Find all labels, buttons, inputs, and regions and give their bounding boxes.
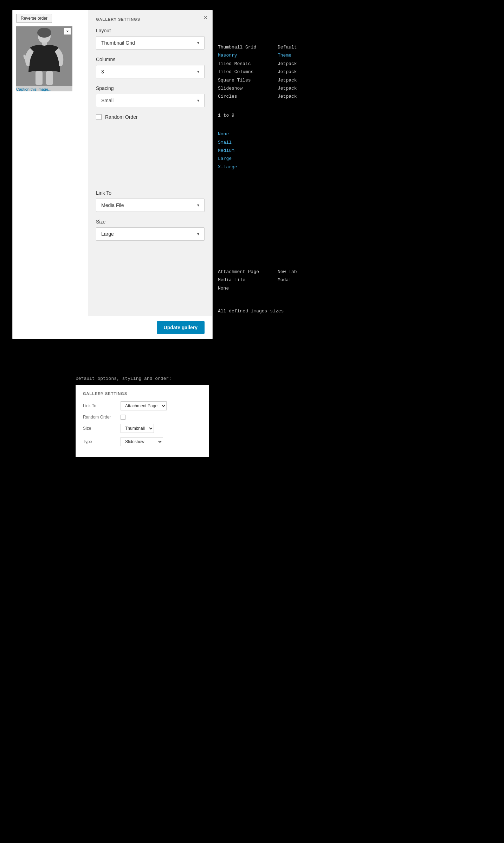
annotation-key: Tiled Mosaic (218, 60, 267, 68)
modal-content-row: Reverse order (13, 10, 212, 316)
annotation-key: Tiled Columns (218, 68, 267, 76)
annotation-key: Slideshow (218, 84, 267, 92)
columns-selected-value: 3 (101, 69, 104, 74)
spacing-select[interactable]: Small ▾ (96, 94, 205, 107)
annotation-tiled-mosaic: Tiled Mosaic Jetpack (218, 60, 297, 68)
lower-size-label: Size (83, 426, 116, 431)
annotation-media-file: Media File Modal (218, 276, 297, 284)
svg-point-2 (37, 28, 51, 38)
layout-selected-value: Thumbnail Grid (101, 40, 135, 46)
link-to-select-display[interactable]: Media File ▾ (96, 199, 204, 212)
random-order-label: Random Order (105, 114, 138, 120)
lower-type-row: Type Slideshow Thumbnail Grid Masonry (83, 437, 202, 446)
spacing-label: Spacing (96, 85, 205, 91)
columns-field-group: Columns 3 ▾ (96, 57, 205, 78)
update-gallery-button[interactable]: Update gallery (157, 321, 205, 334)
annotation-key: Attachment Page (218, 268, 267, 276)
annotation-spacing-large: Large (218, 155, 297, 163)
columns-select[interactable]: 3 ▾ (96, 65, 205, 78)
annotation-key-active: Masonry (218, 51, 267, 59)
spacing-field-group: Spacing Small ▾ (96, 85, 205, 107)
image-remove-button[interactable]: × (64, 28, 71, 35)
annotation-masonry: Masonry Theme (218, 51, 297, 59)
annotation-thumbnail-grid: Thumbnail Grid Default (218, 43, 297, 51)
annotation-spacing-none: None (218, 130, 297, 138)
link-to-label: Link To (96, 190, 205, 196)
image-item: × Caption this image... (16, 26, 72, 91)
size-field-group: Size Large ▾ (96, 219, 205, 241)
size-annotation: All defined images sizes (218, 307, 297, 315)
annotation-spacing-medium: Medium (218, 147, 297, 155)
annotation-spacing-key: None (218, 130, 267, 138)
random-order-row: Random Order (96, 114, 205, 120)
image-caption[interactable]: Caption this image... (16, 87, 72, 91)
annotation-tiled-columns: Tiled Columns Jetpack (218, 68, 297, 76)
link-to-chevron-icon: ▾ (197, 203, 199, 208)
spacing-annotations: None Small Medium Large X-Large (218, 130, 297, 171)
annotation-val: Jetpack (278, 68, 297, 76)
annotation-spacing-small: Small (218, 138, 297, 147)
columns-select-display[interactable]: 3 ▾ (96, 65, 204, 78)
settings-panel: GALLERY SETTINGS Layout Thumbnail Grid ▾… (88, 10, 212, 316)
annotation-slideshow: Slideshow Jetpack (218, 84, 297, 92)
images-panel: Reverse order (13, 10, 88, 316)
reverse-order-button[interactable]: Reverse order (16, 14, 52, 23)
layout-select-display[interactable]: Thumbnail Grid ▾ (96, 37, 204, 49)
gallery-settings-modal: × Reverse order (12, 10, 213, 339)
svg-rect-4 (35, 71, 43, 85)
modal-footer: Update gallery (13, 316, 212, 339)
annotation-key: Circles (218, 92, 267, 100)
lower-size-row: Size Thumbnail Medium Large Full Size (83, 424, 202, 433)
annotation-none: None (218, 284, 297, 292)
layout-select[interactable]: Thumbnail Grid ▾ (96, 36, 205, 50)
size-chevron-icon: ▾ (197, 232, 199, 236)
annotation-val: Jetpack (278, 60, 297, 68)
size-selected-value: Large (101, 231, 114, 237)
size-hint: All defined images sizes (218, 309, 284, 314)
annotation-square-tiles: Square Tiles Jetpack (218, 76, 297, 84)
annotation-val: Jetpack (278, 84, 297, 92)
link-to-select[interactable]: Media File ▾ (96, 199, 205, 212)
lower-section: Default options, styling and order: GALL… (76, 376, 209, 457)
lower-section-label: Default options, styling and order: (76, 376, 209, 381)
lower-settings-panel: GALLERY SETTINGS Link To Attachment Page… (76, 385, 209, 457)
link-to-field-group: Link To Media File ▾ (96, 190, 205, 212)
annotation-val-active: Theme (278, 51, 291, 59)
lower-type-select[interactable]: Slideshow Thumbnail Grid Masonry (121, 437, 163, 446)
annotation-val: Default (278, 43, 297, 51)
annotation-spacing-xlarge: X-Large (218, 163, 297, 171)
annotation-spacing-key: Small (218, 138, 267, 147)
spacing-selected-value: Small (101, 98, 114, 103)
lower-random-order-row: Random Order (83, 415, 202, 420)
columns-label: Columns (96, 57, 205, 62)
random-order-checkbox[interactable] (96, 114, 102, 120)
annotation-attachment-page: Attachment Page New Tab (218, 268, 297, 276)
lower-size-select[interactable]: Thumbnail Medium Large Full Size (121, 424, 154, 433)
layout-field-group: Layout Thumbnail Grid ▾ (96, 28, 205, 50)
columns-chevron-icon: ▾ (197, 69, 199, 74)
spacing-select-display[interactable]: Small ▾ (96, 94, 204, 107)
annotation-val: Jetpack (278, 76, 297, 84)
layout-annotations: Thumbnail Grid Default Masonry Theme Til… (218, 43, 297, 101)
lower-link-to-select[interactable]: Attachment Page Media File None (121, 401, 167, 410)
lower-random-order-checkbox[interactable] (121, 415, 125, 420)
lower-settings-title: GALLERY SETTINGS (83, 391, 202, 396)
settings-title: GALLERY SETTINGS (96, 17, 205, 21)
lower-link-to-label: Link To (83, 403, 116, 408)
annotations-panel: Thumbnail Grid Default Masonry Theme Til… (218, 10, 297, 326)
annotation-val: Modal (278, 276, 291, 284)
link-annotations: Attachment Page New Tab Media File Modal… (218, 268, 297, 292)
annotation-key: Square Tiles (218, 76, 267, 84)
annotation-spacing-key: Medium (218, 147, 267, 155)
size-select[interactable]: Large ▾ (96, 227, 205, 241)
woman-silhouette-icon (16, 26, 72, 86)
annotation-circles: Circles Jetpack (218, 92, 297, 100)
annotation-spacing-key: X-Large (218, 163, 267, 171)
modal-close-button[interactable]: × (203, 14, 207, 21)
columns-range: 1 to 9 (218, 111, 297, 119)
columns-annotation: 1 to 9 (218, 111, 297, 119)
link-to-selected-value: Media File (101, 202, 124, 208)
size-select-display[interactable]: Large ▾ (96, 228, 204, 240)
lower-type-label: Type (83, 439, 116, 444)
annotation-key: Media File (218, 276, 267, 284)
